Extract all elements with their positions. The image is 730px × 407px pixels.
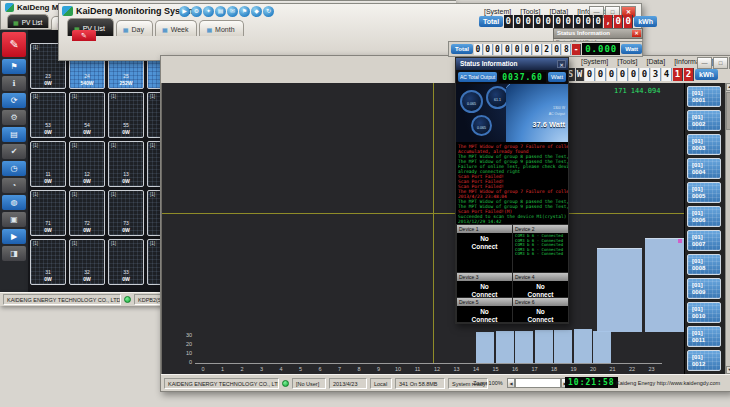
inverter-button[interactable]: [01] 0008	[687, 254, 721, 275]
y-tick-label: 10	[178, 350, 192, 356]
Device 2[interactable]: Device 2 COM3 b 6 - ConnectedCOM3 b 6 - …	[513, 225, 568, 272]
pv-panel-cell[interactable]: [1] 31 0W	[30, 239, 66, 285]
mail-icon[interactable]: ✉	[227, 6, 238, 17]
check-icon[interactable]: ✔	[2, 144, 26, 159]
x-tick-label: 18	[550, 366, 558, 372]
network-icon[interactable]: ◆	[251, 6, 262, 17]
tab-icon: ▦	[206, 26, 212, 33]
inverter-button[interactable]: [01] 0004	[687, 158, 721, 179]
pv-panel-cell[interactable]: [1] 12 0W	[69, 141, 105, 187]
pen-button-peek[interactable]: ✎	[72, 30, 96, 41]
pv-panel-cell[interactable]: [1] 72 0W	[69, 190, 105, 236]
inverter-button[interactable]: [01] 0010	[687, 302, 721, 323]
inverter-button[interactable]: [01] 0001	[687, 86, 721, 107]
pv-panel-cell[interactable]: [1] 53 0W	[30, 92, 66, 138]
pv-panel-cell[interactable]: [1] 33 0W	[108, 239, 144, 285]
slider-track[interactable]	[515, 378, 561, 388]
inverter-button[interactable]: [01] 0011	[687, 326, 721, 347]
inverter-button[interactable]: [01] 0005	[687, 182, 721, 203]
x-tick-label: 23	[648, 366, 656, 372]
scrollbar-thumb[interactable]	[726, 92, 730, 130]
inverter-button[interactable]: [01] 0007	[687, 230, 721, 251]
pin-icon[interactable]: ⚑	[239, 6, 250, 17]
Device 5[interactable]: Device 5 No Connect	[457, 298, 512, 322]
inverter-button[interactable]: [01] 0009	[687, 278, 721, 299]
pie-chart-icon[interactable]: ◔	[2, 178, 26, 193]
pv-watt: 0W	[31, 80, 65, 86]
close-icon[interactable]: ✕	[632, 30, 641, 37]
unit-toggle-w[interactable]: W	[576, 68, 584, 81]
pv-group-tag: [1]	[33, 192, 38, 197]
Device 3[interactable]: Device 3 No Connect	[457, 273, 512, 297]
total-power-counter: Total 0000000208 - 0.000 Watt	[448, 41, 643, 57]
gear-icon[interactable]: ⚙	[2, 110, 26, 125]
info-icon[interactable]: ℹ	[2, 76, 26, 91]
tab[interactable]: ▦PV List	[7, 14, 49, 28]
gauge-capacity: 1300 W	[553, 106, 565, 110]
pv-id: 54	[70, 122, 104, 128]
pv-panel-cell[interactable]: [1] 11 0W	[30, 141, 66, 187]
inverter-id: 0006	[692, 217, 705, 223]
inverter-button[interactable]: [01] 0003	[687, 134, 721, 155]
pv-panel-cell[interactable]: [1] 55 0W	[108, 92, 144, 138]
pv-panel-cell[interactable]: [1] 73 0W	[108, 190, 144, 236]
list-scrollbar[interactable]: ▲ ▼	[725, 83, 730, 374]
Device 4[interactable]: Device 4 No Connect	[513, 273, 568, 297]
video-icon[interactable]: ▶	[2, 229, 26, 244]
pv-panel-cell[interactable]: [1] 54 0W	[69, 92, 105, 138]
inverter-button[interactable]: [01] 0002	[687, 110, 721, 131]
inverter-button[interactable]: [01] 0012	[687, 350, 721, 371]
gauge-label: AC Output	[549, 112, 565, 116]
menu-item[interactable]: [System]	[484, 8, 511, 15]
counter-unit[interactable]: Watt	[621, 44, 642, 54]
Device 6[interactable]: Device 6 No Connect	[513, 298, 568, 322]
flag-icon[interactable]: ⚑	[2, 59, 26, 74]
pv-group-tag: [1]	[33, 143, 38, 148]
menu-item[interactable]: [Tools]	[520, 8, 540, 15]
pv-panel-cell[interactable]: [1] 71 0W	[30, 190, 66, 236]
tab[interactable]: ▦Day	[116, 20, 153, 36]
tab[interactable]: ▦Month	[199, 20, 243, 36]
refresh-icon[interactable]: ⟳	[2, 93, 26, 108]
counter-unit: kWh	[634, 16, 657, 27]
ac-output-unit[interactable]: Watt	[548, 72, 566, 82]
popup-title: Status Information	[557, 30, 610, 36]
camera-icon[interactable]: ▣	[2, 212, 26, 227]
lock-icon[interactable]: ✦	[203, 6, 214, 17]
inverter-id: 0001	[692, 97, 705, 103]
document-icon[interactable]: ▤	[215, 6, 226, 17]
refresh-icon[interactable]: ↻	[263, 6, 274, 17]
pen-button[interactable]: ✎	[2, 32, 26, 57]
inverter-group: [01]	[692, 90, 703, 96]
popup-title-bar[interactable]: Status Information ✕	[456, 58, 568, 70]
inverter-button[interactable]: [01] 0006	[687, 206, 721, 227]
website-link[interactable]: Kaideng Energy http://www.kaidengdy.com	[616, 380, 720, 386]
settings-icon[interactable]: ⚙	[191, 6, 202, 17]
pv-panel-cell[interactable]: [1] 32 0W	[69, 239, 105, 285]
slider-left-arrow[interactable]: ◀	[507, 378, 515, 388]
counter-digit-red: -	[572, 44, 581, 55]
menu-item[interactable]: [Tools]	[617, 58, 637, 65]
inverter-group: [01]	[692, 210, 703, 216]
pv-panel-cell[interactable]: [1] 13 0W	[108, 141, 144, 187]
popup-title-bar[interactable]: Status Information ✕	[553, 28, 643, 39]
pv-id: 13	[109, 171, 143, 177]
close-icon[interactable]: ✕	[557, 60, 566, 68]
inverter-id: 0004	[692, 169, 705, 175]
tab[interactable]: ▦Week	[155, 20, 197, 36]
scroll-up-icon[interactable]: ▲	[726, 83, 730, 91]
clock-icon[interactable]: ◷	[2, 161, 26, 176]
Device 1[interactable]: Device 1 No Connect	[457, 225, 512, 272]
globe-icon[interactable]: ◍	[2, 195, 26, 210]
chart-bar	[496, 331, 514, 363]
scroll-down-icon[interactable]: ▼	[726, 366, 730, 374]
event-log-terminal[interactable]: The MPT Widow of group 7 Failure of coll…	[456, 142, 568, 224]
report-icon[interactable]: ▤	[2, 127, 26, 142]
photo-icon[interactable]: ◨	[2, 246, 26, 261]
inverter-group: [01]	[692, 306, 703, 312]
menu-item[interactable]: [Data]	[549, 8, 568, 15]
play-icon[interactable]: ▶	[179, 6, 190, 17]
menu-item[interactable]: [System]	[581, 58, 608, 65]
menu-item[interactable]: [Data]	[646, 58, 665, 65]
zoom-slider[interactable]: ◀ ▶	[507, 378, 569, 388]
